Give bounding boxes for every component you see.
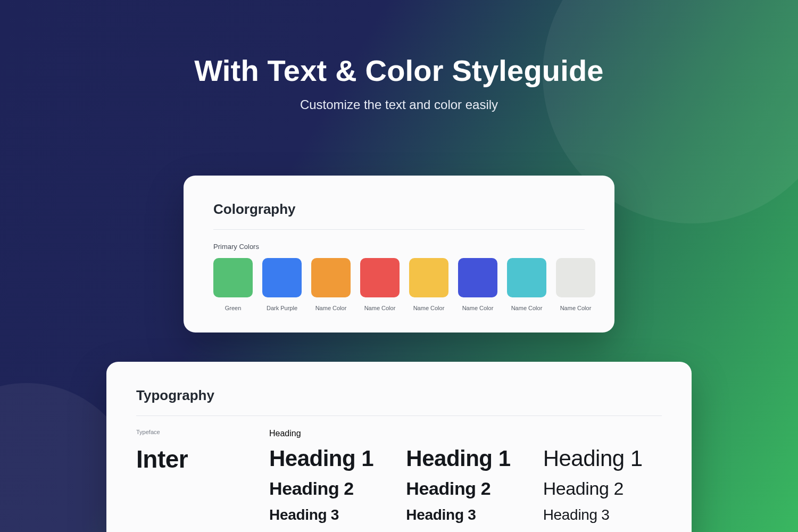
hero-subtitle: Customize the text and color easily xyxy=(0,97,798,112)
heading-samples: Heading Heading 1 Heading 2 Heading 3 He… xyxy=(269,429,662,523)
swatch-label: Name Color xyxy=(560,305,592,311)
sample-h2-black: Heading 2 xyxy=(269,479,388,498)
swatch-label: Name Color xyxy=(364,305,396,311)
divider xyxy=(136,415,662,416)
sample-h1-black: Heading 1 xyxy=(269,447,388,470)
divider xyxy=(213,229,585,230)
swatch-generic: Name Color xyxy=(458,258,497,311)
swatch-row: Green Dark Purple Name Color Name Color … xyxy=(213,258,585,311)
typography-card: Typography Typeface Inter Heading Headin… xyxy=(106,362,692,532)
swatch-box xyxy=(262,258,302,297)
heading-col-label-spacer xyxy=(543,429,662,438)
typography-title: Typography xyxy=(136,387,662,404)
heading-col-label: Heading xyxy=(269,429,388,438)
heading-col-regular: Heading 1 Heading 2 Heading 3 xyxy=(543,429,662,523)
swatch-box xyxy=(409,258,448,297)
swatch-box xyxy=(311,258,351,297)
swatch-label: Green xyxy=(225,305,242,311)
typeface-name: Inter xyxy=(136,445,248,473)
swatch-dark-purple: Dark Purple xyxy=(262,258,302,311)
hero-text: With Text & Color Styleguide Customize t… xyxy=(0,53,798,112)
swatch-label: Dark Purple xyxy=(267,305,297,311)
swatch-box xyxy=(458,258,497,297)
sample-h3-bold: Heading 3 xyxy=(406,507,525,523)
typeface-col-label: Typeface xyxy=(136,429,248,435)
swatch-box xyxy=(360,258,400,297)
swatch-box xyxy=(507,258,546,297)
swatch-label: Name Color xyxy=(511,305,543,311)
colorgraphy-title: Colorgraphy xyxy=(213,201,585,218)
swatch-generic: Name Color xyxy=(409,258,448,311)
swatch-green: Green xyxy=(213,258,253,311)
heading-col-bold: Heading 1 Heading 2 Heading 3 xyxy=(406,429,525,523)
sample-h2-bold: Heading 2 xyxy=(406,479,525,498)
swatch-label: Name Color xyxy=(413,305,445,311)
colorgraphy-card: Colorgraphy Primary Colors Green Dark Pu… xyxy=(184,176,614,332)
swatch-box xyxy=(556,258,595,297)
primary-colors-label: Primary Colors xyxy=(213,243,585,251)
swatch-generic: Name Color xyxy=(360,258,400,311)
hero-stage: With Text & Color Styleguide Customize t… xyxy=(0,0,798,532)
swatch-generic: Name Color xyxy=(556,258,595,311)
swatch-generic: Name Color xyxy=(507,258,546,311)
sample-h3-regular: Heading 3 xyxy=(543,507,662,523)
heading-col-black: Heading Heading 1 Heading 2 Heading 3 xyxy=(269,429,388,523)
swatch-box xyxy=(213,258,253,297)
sample-h2-regular: Heading 2 xyxy=(543,479,662,498)
sample-h3-black: Heading 3 xyxy=(269,507,388,523)
hero-title: With Text & Color Styleguide xyxy=(0,53,798,88)
sample-h1-regular: Heading 1 xyxy=(543,447,662,470)
sample-h1-bold: Heading 1 xyxy=(406,447,525,470)
typeface-column: Typeface Inter xyxy=(136,429,248,523)
swatch-generic: Name Color xyxy=(311,258,351,311)
swatch-label: Name Color xyxy=(315,305,347,311)
heading-col-label-spacer xyxy=(406,429,525,438)
swatch-label: Name Color xyxy=(462,305,494,311)
